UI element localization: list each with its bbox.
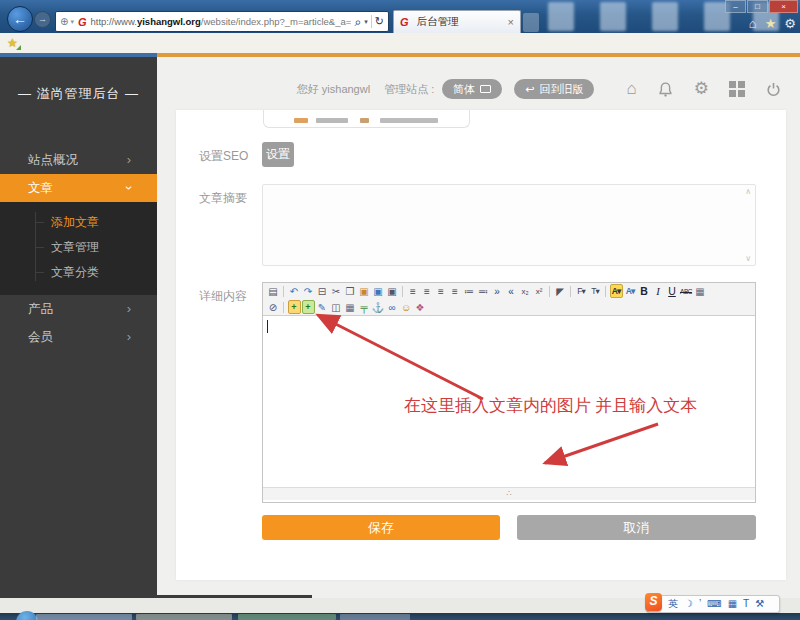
save-button[interactable]: 保存 — [262, 515, 500, 540]
justify-icon[interactable]: ≡ — [449, 284, 462, 298]
source-icon[interactable]: ▤ — [267, 284, 280, 298]
refresh-icon[interactable]: ↻ — [375, 15, 384, 28]
text-color-icon[interactable]: A▾ — [610, 284, 623, 298]
skin-icon[interactable]: T — [743, 596, 749, 612]
table-grid-icon[interactable]: ▦ — [694, 284, 707, 298]
font-family-icon[interactable]: F▾ — [575, 284, 588, 298]
back-button[interactable]: ← — [7, 6, 33, 32]
minimize-button[interactable]: – — [725, 0, 746, 13]
bold-icon[interactable]: B — [638, 284, 651, 298]
add-favorite-icon[interactable]: ★ — [7, 36, 18, 50]
horizontal-rule-icon[interactable]: ╤ — [358, 300, 371, 314]
search-icon[interactable]: ⌕ — [355, 15, 362, 29]
chevron-down-icon: › — [115, 186, 143, 190]
align-right-icon[interactable]: ≡ — [435, 284, 448, 298]
insert-file-icon[interactable]: ✎ — [316, 300, 329, 314]
desktop-icon-blur — [600, 2, 626, 31]
emoticon-icon[interactable]: ☺ — [400, 300, 413, 314]
sidebar-item-articles[interactable]: 文章 › — [0, 174, 157, 202]
superscript-icon[interactable]: x² — [533, 284, 546, 298]
insert-flash-icon[interactable]: + — [302, 300, 315, 314]
home-icon[interactable]: ⌂ — [626, 81, 636, 97]
submenu-article-manage[interactable]: 文章管理 — [0, 235, 157, 260]
language-pill-button[interactable]: 简体 — [442, 79, 502, 99]
insert-video-icon[interactable]: ◫ — [330, 300, 343, 314]
summary-textarea[interactable]: ∧ ∨ — [262, 184, 756, 266]
underline-icon[interactable]: U — [666, 284, 679, 298]
browser-tools-icon[interactable]: ⚙ — [784, 16, 796, 31]
font-size-icon[interactable]: T▾ — [589, 284, 602, 298]
monitor-icon — [480, 85, 491, 93]
url-text[interactable]: http://www.yishangwl.org/website/index.p… — [90, 16, 350, 27]
paste-text-icon[interactable]: ▣ — [386, 284, 399, 298]
italic-icon[interactable]: I — [652, 284, 665, 298]
submenu-add-article[interactable]: 添加文章 — [0, 210, 157, 235]
cut-icon[interactable]: ✂ — [330, 284, 343, 298]
sidebar-item-site-overview[interactable]: 站点概况 › — [0, 146, 157, 174]
link-icon[interactable]: ∞ — [386, 300, 399, 314]
paste-icon[interactable]: ▣ — [358, 284, 371, 298]
search-caret-icon[interactable]: ▾ — [364, 18, 368, 26]
new-tab-button[interactable] — [523, 13, 539, 32]
ime-mode-english[interactable]: 英 — [668, 596, 678, 612]
strike-icon[interactable]: ABC — [680, 284, 693, 298]
redo-icon[interactable]: ↷ — [302, 284, 315, 298]
compatibility-caret-icon[interactable]: ▾ — [70, 18, 74, 26]
taskbar-app-button[interactable] — [36, 614, 132, 620]
ordered-list-icon[interactable]: ≔ — [463, 284, 476, 298]
scroll-down-icon[interactable]: ∨ — [745, 254, 751, 263]
scroll-up-icon[interactable]: ∧ — [745, 187, 751, 196]
punctuation-icon[interactable]: ’ — [699, 596, 701, 612]
anchor-icon[interactable]: ⚓ — [372, 300, 385, 314]
subscript-icon[interactable]: x₂ — [519, 284, 532, 298]
gear-glyph: ⚙ — [694, 81, 709, 97]
apps-grid-icon[interactable] — [729, 81, 745, 97]
bg-color-icon[interactable]: A▾ — [624, 284, 637, 298]
fullscreen-icon[interactable]: ❖ — [414, 300, 427, 314]
separator — [283, 286, 284, 297]
cancel-button[interactable]: 取消 — [517, 515, 756, 540]
browser-home-icon[interactable]: ⌂ — [749, 16, 757, 31]
taskbar-app-button[interactable] — [136, 614, 232, 620]
unordered-list-icon[interactable]: ≕ — [477, 284, 490, 298]
sidebar-item-label: 会员 — [28, 330, 53, 344]
back-to-old-version-button[interactable]: ↩ 回到旧版 — [514, 79, 594, 99]
sidebar-item-products[interactable]: 产品 › — [0, 295, 157, 323]
insert-table-icon[interactable]: ▦ — [344, 300, 357, 314]
toolbox-icon[interactable]: ▦ — [728, 596, 737, 612]
editor-resize-handle[interactable]: ∴ — [263, 487, 755, 500]
submenu-article-category[interactable]: 文章分类 — [0, 260, 157, 285]
remove-format-icon[interactable]: ⊘ — [267, 300, 280, 314]
maximize-button[interactable]: □ — [747, 0, 768, 13]
close-button[interactable]: × — [769, 0, 798, 13]
power-icon[interactable] — [765, 81, 782, 98]
copy-icon[interactable]: ❐ — [344, 284, 357, 298]
sogou-logo[interactable]: S — [645, 593, 662, 611]
keyboard-icon[interactable]: ⌨ — [707, 596, 721, 612]
bell-icon[interactable] — [657, 81, 674, 98]
gear-icon[interactable]: ⚙ — [694, 81, 709, 97]
print-icon[interactable]: ⊟ — [316, 284, 329, 298]
taskbar-app-button[interactable] — [238, 614, 336, 620]
paste-word-icon[interactable]: ▣ — [372, 284, 385, 298]
indent-icon[interactable]: » — [491, 284, 504, 298]
outdent-icon[interactable]: « — [505, 284, 518, 298]
sidebar-item-members[interactable]: 会员 › — [0, 323, 157, 351]
wrench-icon[interactable]: ⚒ — [755, 596, 764, 612]
start-button[interactable] — [16, 611, 38, 620]
browser-tab[interactable]: G 后台管理 × — [393, 10, 521, 33]
select-all-icon[interactable]: ◤ — [554, 284, 567, 298]
taskbar-app-button[interactable] — [340, 614, 410, 620]
compatibility-icon[interactable]: ⊕ — [60, 16, 68, 27]
forward-button[interactable]: → — [34, 11, 51, 28]
moon-icon[interactable]: ☽ — [684, 596, 693, 612]
tab-close-icon[interactable]: × — [508, 16, 514, 28]
align-center-icon[interactable]: ≡ — [421, 284, 434, 298]
seo-settings-button[interactable]: 设置 — [262, 142, 294, 167]
annotation-text: 在这里插入文章内的图片 并且输入文本 — [404, 394, 697, 417]
insert-image-icon[interactable]: + — [288, 300, 301, 314]
address-bar[interactable]: ⊕ ▾ G http://www.yishangwl.org/website/i… — [55, 11, 389, 32]
browser-favorites-icon[interactable]: ★ — [765, 16, 777, 31]
undo-icon[interactable]: ↶ — [288, 284, 301, 298]
align-left-icon[interactable]: ≡ — [407, 284, 420, 298]
